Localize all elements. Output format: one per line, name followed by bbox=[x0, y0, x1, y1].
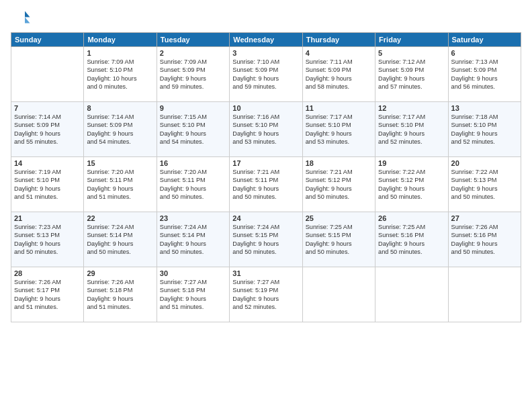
day-number: 4 bbox=[306, 49, 372, 57]
day-number: 19 bbox=[378, 159, 445, 167]
day-number: 31 bbox=[232, 269, 299, 277]
day-info: Sunrise: 7:09 AMSunset: 5:10 PMDaylight:… bbox=[87, 58, 153, 91]
day-number: 11 bbox=[306, 104, 372, 112]
day-info: Sunrise: 7:17 AMSunset: 5:10 PMDaylight:… bbox=[306, 113, 372, 146]
calendar-cell: 21Sunrise: 7:23 AMSunset: 5:13 PMDayligh… bbox=[11, 212, 84, 267]
day-info: Sunrise: 7:11 AMSunset: 5:09 PMDaylight:… bbox=[306, 58, 372, 91]
calendar-cell bbox=[302, 267, 375, 322]
day-info: Sunrise: 7:19 AMSunset: 5:10 PMDaylight:… bbox=[14, 168, 81, 201]
calendar-cell: 5Sunrise: 7:12 AMSunset: 5:09 PMDaylight… bbox=[375, 47, 448, 102]
day-info: Sunrise: 7:13 AMSunset: 5:09 PMDaylight:… bbox=[451, 58, 518, 91]
day-info: Sunrise: 7:17 AMSunset: 5:10 PMDaylight:… bbox=[378, 113, 445, 146]
day-info: Sunrise: 7:24 AMSunset: 5:15 PMDaylight:… bbox=[232, 223, 299, 257]
calendar-week-1: 1Sunrise: 7:09 AMSunset: 5:10 PMDaylight… bbox=[11, 47, 521, 102]
day-info: Sunrise: 7:25 AMSunset: 5:15 PMDaylight:… bbox=[306, 223, 372, 257]
weekday-sunday: Sunday bbox=[11, 33, 84, 47]
day-number: 13 bbox=[451, 104, 518, 112]
calendar-cell: 15Sunrise: 7:20 AMSunset: 5:11 PMDayligh… bbox=[84, 157, 157, 212]
weekday-wednesday: Wednesday bbox=[230, 33, 302, 47]
day-info: Sunrise: 7:15 AMSunset: 5:10 PMDaylight:… bbox=[160, 113, 226, 146]
day-number: 20 bbox=[451, 159, 518, 167]
calendar-cell: 25Sunrise: 7:25 AMSunset: 5:15 PMDayligh… bbox=[302, 212, 375, 267]
logo-icon bbox=[11, 8, 31, 28]
day-number: 30 bbox=[160, 269, 226, 277]
calendar-cell: 3Sunrise: 7:10 AMSunset: 5:09 PMDaylight… bbox=[230, 47, 302, 102]
calendar-table: SundayMondayTuesdayWednesdayThursdayFrid… bbox=[11, 32, 521, 322]
calendar-week-5: 28Sunrise: 7:26 AMSunset: 5:17 PMDayligh… bbox=[11, 267, 521, 322]
day-number: 9 bbox=[160, 104, 226, 112]
calendar-cell: 11Sunrise: 7:17 AMSunset: 5:10 PMDayligh… bbox=[302, 102, 375, 157]
day-number: 26 bbox=[378, 214, 445, 222]
header bbox=[11, 8, 521, 28]
day-number: 18 bbox=[306, 159, 372, 167]
calendar-cell bbox=[375, 267, 448, 322]
calendar-week-2: 7Sunrise: 7:14 AMSunset: 5:09 PMDaylight… bbox=[11, 102, 521, 157]
day-info: Sunrise: 7:21 AMSunset: 5:12 PMDaylight:… bbox=[306, 168, 372, 201]
day-number: 15 bbox=[87, 159, 153, 167]
weekday-thursday: Thursday bbox=[302, 33, 375, 47]
day-number: 16 bbox=[160, 159, 226, 167]
calendar-cell bbox=[448, 267, 521, 322]
day-info: Sunrise: 7:14 AMSunset: 5:09 PMDaylight:… bbox=[87, 113, 153, 146]
calendar-cell: 6Sunrise: 7:13 AMSunset: 5:09 PMDaylight… bbox=[448, 47, 521, 102]
weekday-friday: Friday bbox=[375, 33, 448, 47]
day-info: Sunrise: 7:27 AMSunset: 5:19 PMDaylight:… bbox=[232, 278, 299, 312]
calendar-cell: 16Sunrise: 7:20 AMSunset: 5:11 PMDayligh… bbox=[157, 157, 229, 212]
day-number: 5 bbox=[378, 49, 445, 57]
calendar-cell: 1Sunrise: 7:09 AMSunset: 5:10 PMDaylight… bbox=[84, 47, 157, 102]
calendar-cell: 22Sunrise: 7:24 AMSunset: 5:14 PMDayligh… bbox=[84, 212, 157, 267]
day-number: 2 bbox=[160, 49, 226, 57]
day-number: 22 bbox=[87, 214, 153, 222]
day-number: 23 bbox=[160, 214, 226, 222]
day-info: Sunrise: 7:23 AMSunset: 5:13 PMDaylight:… bbox=[14, 223, 81, 257]
calendar-cell: 31Sunrise: 7:27 AMSunset: 5:19 PMDayligh… bbox=[230, 267, 302, 322]
calendar-cell: 28Sunrise: 7:26 AMSunset: 5:17 PMDayligh… bbox=[11, 267, 84, 322]
calendar-cell: 2Sunrise: 7:09 AMSunset: 5:09 PMDaylight… bbox=[157, 47, 229, 102]
calendar-cell: 14Sunrise: 7:19 AMSunset: 5:10 PMDayligh… bbox=[11, 157, 84, 212]
calendar-cell: 8Sunrise: 7:14 AMSunset: 5:09 PMDaylight… bbox=[84, 102, 157, 157]
calendar-cell: 26Sunrise: 7:25 AMSunset: 5:16 PMDayligh… bbox=[375, 212, 448, 267]
day-number: 21 bbox=[14, 214, 81, 222]
calendar-cell: 7Sunrise: 7:14 AMSunset: 5:09 PMDaylight… bbox=[11, 102, 84, 157]
day-info: Sunrise: 7:14 AMSunset: 5:09 PMDaylight:… bbox=[14, 113, 81, 146]
day-info: Sunrise: 7:27 AMSunset: 5:18 PMDaylight:… bbox=[160, 278, 226, 312]
day-info: Sunrise: 7:22 AMSunset: 5:12 PMDaylight:… bbox=[378, 168, 445, 201]
day-info: Sunrise: 7:20 AMSunset: 5:11 PMDaylight:… bbox=[87, 168, 153, 201]
day-info: Sunrise: 7:16 AMSunset: 5:10 PMDaylight:… bbox=[232, 113, 299, 146]
day-number: 29 bbox=[87, 269, 153, 277]
calendar-cell: 19Sunrise: 7:22 AMSunset: 5:12 PMDayligh… bbox=[375, 157, 448, 212]
calendar-week-4: 21Sunrise: 7:23 AMSunset: 5:13 PMDayligh… bbox=[11, 212, 521, 267]
day-info: Sunrise: 7:26 AMSunset: 5:18 PMDaylight:… bbox=[87, 278, 153, 312]
calendar-cell: 17Sunrise: 7:21 AMSunset: 5:11 PMDayligh… bbox=[230, 157, 302, 212]
day-info: Sunrise: 7:25 AMSunset: 5:16 PMDaylight:… bbox=[378, 223, 445, 257]
calendar-cell bbox=[11, 47, 84, 102]
svg-marker-1 bbox=[25, 17, 30, 24]
weekday-saturday: Saturday bbox=[448, 33, 521, 47]
day-number: 8 bbox=[87, 104, 153, 112]
day-info: Sunrise: 7:24 AMSunset: 5:14 PMDaylight:… bbox=[87, 223, 153, 257]
day-number: 25 bbox=[306, 214, 372, 222]
weekday-header-row: SundayMondayTuesdayWednesdayThursdayFrid… bbox=[11, 33, 521, 47]
day-number: 6 bbox=[451, 49, 518, 57]
calendar-cell: 13Sunrise: 7:18 AMSunset: 5:10 PMDayligh… bbox=[448, 102, 521, 157]
day-info: Sunrise: 7:20 AMSunset: 5:11 PMDaylight:… bbox=[160, 168, 226, 201]
calendar-cell: 9Sunrise: 7:15 AMSunset: 5:10 PMDaylight… bbox=[157, 102, 229, 157]
logo bbox=[11, 8, 32, 28]
day-info: Sunrise: 7:26 AMSunset: 5:16 PMDaylight:… bbox=[451, 223, 518, 257]
day-info: Sunrise: 7:26 AMSunset: 5:17 PMDaylight:… bbox=[14, 278, 81, 312]
calendar-cell: 12Sunrise: 7:17 AMSunset: 5:10 PMDayligh… bbox=[375, 102, 448, 157]
day-number: 28 bbox=[14, 269, 81, 277]
day-info: Sunrise: 7:09 AMSunset: 5:09 PMDaylight:… bbox=[160, 58, 226, 91]
day-number: 14 bbox=[14, 159, 81, 167]
calendar-cell: 20Sunrise: 7:22 AMSunset: 5:13 PMDayligh… bbox=[448, 157, 521, 212]
day-number: 12 bbox=[378, 104, 445, 112]
calendar-cell: 23Sunrise: 7:24 AMSunset: 5:14 PMDayligh… bbox=[157, 212, 229, 267]
calendar-cell: 10Sunrise: 7:16 AMSunset: 5:10 PMDayligh… bbox=[230, 102, 302, 157]
day-info: Sunrise: 7:22 AMSunset: 5:13 PMDaylight:… bbox=[451, 168, 518, 201]
day-number: 24 bbox=[232, 214, 299, 222]
svg-marker-0 bbox=[25, 11, 30, 17]
calendar-cell: 24Sunrise: 7:24 AMSunset: 5:15 PMDayligh… bbox=[230, 212, 302, 267]
day-info: Sunrise: 7:24 AMSunset: 5:14 PMDaylight:… bbox=[160, 223, 226, 257]
day-info: Sunrise: 7:21 AMSunset: 5:11 PMDaylight:… bbox=[232, 168, 299, 201]
calendar-cell: 4Sunrise: 7:11 AMSunset: 5:09 PMDaylight… bbox=[302, 47, 375, 102]
